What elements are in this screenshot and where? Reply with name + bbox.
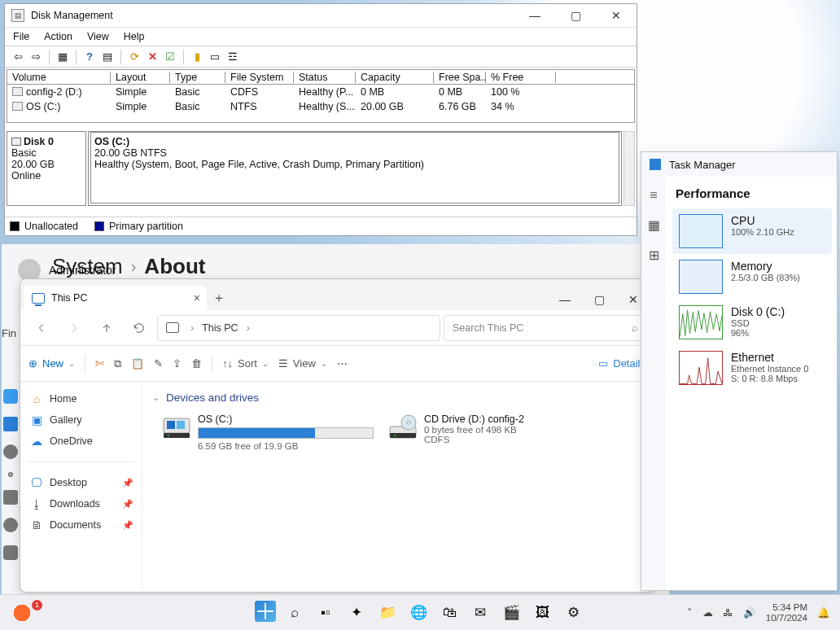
perf-item-cpu[interactable]: CPU 100% 2.10 GHz bbox=[672, 208, 832, 254]
volume-tray-icon[interactable]: 🔊 bbox=[743, 606, 756, 619]
table-row[interactable]: OS (C:) Simple Basic NTFS Healthy (S... … bbox=[7, 99, 634, 114]
col-filesystem[interactable]: File System bbox=[225, 72, 294, 83]
pin-icon: 📌 bbox=[122, 520, 133, 531]
sidebar-item-downloads[interactable]: ⭳Downloads📌 bbox=[25, 495, 137, 513]
sort-button[interactable]: ↑↓ Sort ⌄ bbox=[222, 357, 269, 370]
notifications-icon[interactable]: 🔔 bbox=[817, 606, 830, 619]
disk-management-window: ▤ Disk Management — ▢ ✕ File Action View… bbox=[4, 3, 637, 236]
minimize-button[interactable]: — bbox=[548, 289, 582, 310]
col-layout[interactable]: Layout bbox=[111, 72, 170, 83]
menu-view[interactable]: View bbox=[87, 31, 109, 42]
sidebar-item-onedrive[interactable]: ›☁OneDrive bbox=[25, 432, 137, 450]
sidebar-item-home[interactable]: ⌂Home bbox=[25, 390, 137, 408]
properties-icon[interactable]: ☲ bbox=[225, 49, 241, 65]
grid-icon[interactable]: ▦ bbox=[648, 217, 660, 233]
rename-button[interactable]: ✎ bbox=[154, 357, 163, 370]
nav-up-button[interactable] bbox=[92, 313, 121, 343]
perf-item-disk[interactable]: Disk 0 (C:) SSD 96% bbox=[672, 300, 832, 345]
perf-item-ethernet[interactable]: Ethernet Ethernet Instance 0 S: 0 R: 8.8… bbox=[672, 345, 832, 391]
close-button[interactable]: ✕ bbox=[599, 5, 633, 26]
col-capacity[interactable]: Capacity bbox=[356, 72, 434, 83]
toolbar-grid-icon[interactable]: ▦ bbox=[55, 49, 71, 65]
section-devices-and-drives[interactable]: ⌄ Devices and drives bbox=[152, 392, 649, 404]
photos-button[interactable]: 🖼 bbox=[530, 601, 554, 625]
store-button[interactable]: 🛍 bbox=[437, 601, 462, 625]
widgets-button[interactable]: 1 bbox=[11, 602, 33, 623]
toolbar-misc-2-icon[interactable]: ▭ bbox=[207, 49, 223, 65]
tab-close-icon[interactable]: × bbox=[194, 291, 200, 304]
date: 10/7/2024 bbox=[766, 613, 807, 623]
menu-action[interactable]: Action bbox=[44, 31, 72, 42]
nav-forward-button bbox=[59, 313, 89, 343]
clipchamp-button[interactable]: 🎬 bbox=[499, 601, 523, 625]
sidebar-item-desktop[interactable]: 🖵Desktop📌 bbox=[25, 474, 137, 492]
file-explorer-button[interactable]: 📁 bbox=[375, 601, 400, 625]
chevron-right-icon[interactable]: › bbox=[247, 322, 250, 334]
toolbar-list-icon[interactable]: ▤ bbox=[99, 49, 116, 65]
disk-label-block[interactable]: Disk 0 Basic 20.00 GB Online bbox=[7, 131, 86, 206]
network-tray-icon[interactable]: 🖧 bbox=[723, 607, 733, 619]
address-bar[interactable]: › This PC › bbox=[157, 315, 440, 341]
more-button[interactable]: ⋯ bbox=[337, 357, 348, 370]
partition-os-c[interactable]: OS (C:) 20.00 GB NTFS Healthy (System, B… bbox=[90, 132, 619, 203]
tab-this-pc[interactable]: This PC × bbox=[24, 286, 207, 310]
copilot-button[interactable]: ✦ bbox=[344, 601, 369, 625]
edge-button[interactable]: 🌐 bbox=[406, 601, 431, 625]
perf-item-memory[interactable]: Memory 2.5/3.0 GB (83%) bbox=[672, 254, 832, 300]
col-status[interactable]: Status bbox=[294, 72, 356, 83]
col-volume[interactable]: Volume bbox=[7, 72, 111, 83]
disk-management-icon: ▤ bbox=[11, 9, 24, 22]
address-crumb[interactable]: This PC bbox=[202, 322, 238, 334]
view-button[interactable]: ☰ View ⌄ bbox=[278, 357, 327, 370]
outlook-button[interactable]: ✉ bbox=[468, 601, 492, 625]
nav-back-icon[interactable]: ⇦ bbox=[10, 49, 26, 65]
toolbar-misc-1-icon[interactable]: ▮ bbox=[189, 49, 205, 65]
paste-button[interactable]: 📋 bbox=[131, 357, 144, 370]
new-button[interactable]: ⊕ New ⌄ bbox=[28, 357, 75, 370]
tray-chevron-icon[interactable]: ˄ bbox=[687, 606, 693, 619]
nav-back-button[interactable] bbox=[27, 313, 56, 343]
col-type[interactable]: Type bbox=[170, 72, 225, 83]
onedrive-tray-icon[interactable]: ☁ bbox=[702, 606, 713, 619]
delete-icon[interactable]: ✕ bbox=[144, 49, 160, 65]
new-task-icon[interactable]: ⊞ bbox=[649, 247, 659, 263]
search-input[interactable]: Search This PC ⌕ bbox=[444, 315, 647, 341]
drive-os-c[interactable]: OS (C:) 6.59 GB free of 19.9 GB bbox=[162, 413, 374, 451]
chevron-right-icon[interactable]: › bbox=[190, 322, 194, 334]
maximize-button[interactable]: ▢ bbox=[582, 289, 616, 310]
window-title: Disk Management bbox=[31, 10, 113, 21]
help-icon[interactable]: ? bbox=[81, 49, 98, 65]
clock[interactable]: 5:34 PM 10/7/2024 bbox=[766, 602, 807, 623]
menu-file[interactable]: File bbox=[13, 31, 29, 42]
task-view-button[interactable]: ▪▫ bbox=[313, 601, 338, 625]
hamburger-icon[interactable]: ≡ bbox=[650, 188, 657, 203]
scrollbar[interactable] bbox=[623, 131, 635, 206]
copy-button[interactable]: ⧉ bbox=[114, 357, 121, 370]
maximize-button[interactable]: ▢ bbox=[558, 5, 593, 26]
nav-forward-icon[interactable]: ⇨ bbox=[28, 49, 44, 65]
start-button[interactable] bbox=[255, 601, 276, 622]
col-pctfree[interactable]: % Free bbox=[486, 72, 556, 83]
col-freespace[interactable]: Free Spa... bbox=[434, 72, 486, 83]
sidebar-item-documents[interactable]: 🗎Documents📌 bbox=[25, 516, 137, 534]
settings-button[interactable]: ⚙ bbox=[561, 601, 585, 625]
check-icon[interactable]: ☑ bbox=[162, 49, 178, 65]
sidebar-item-gallery[interactable]: ▣Gallery bbox=[25, 411, 137, 429]
minimize-button[interactable]: — bbox=[518, 5, 552, 26]
table-header[interactable]: Volume Layout Type File System Status Ca… bbox=[7, 70, 634, 85]
cut-button[interactable]: ✄ bbox=[95, 357, 104, 370]
menu-help[interactable]: Help bbox=[124, 31, 145, 42]
time: 5:34 PM bbox=[766, 602, 807, 613]
system-tray[interactable]: ˄ ☁ 🖧 🔊 5:34 PM 10/7/2024 🔔 bbox=[687, 602, 840, 623]
chevron-down-icon[interactable]: ⌄ bbox=[152, 392, 160, 403]
new-tab-button[interactable]: ＋ bbox=[207, 286, 231, 310]
drive-cd-d[interactable]: CD Drive (D:) config-2 0 bytes free of 4… bbox=[388, 413, 584, 451]
search-button[interactable]: ⌕ bbox=[282, 601, 307, 625]
share-button[interactable]: ⇪ bbox=[173, 357, 182, 370]
refresh-icon[interactable]: ⟳ bbox=[126, 49, 142, 65]
table-row[interactable]: config-2 (D:) Simple Basic CDFS Healthy … bbox=[7, 85, 634, 99]
delete-button[interactable]: 🗑 bbox=[191, 357, 202, 370]
details-button[interactable]: ▭ Details bbox=[598, 357, 645, 370]
svg-point-9 bbox=[407, 421, 410, 424]
refresh-button[interactable] bbox=[125, 313, 154, 343]
